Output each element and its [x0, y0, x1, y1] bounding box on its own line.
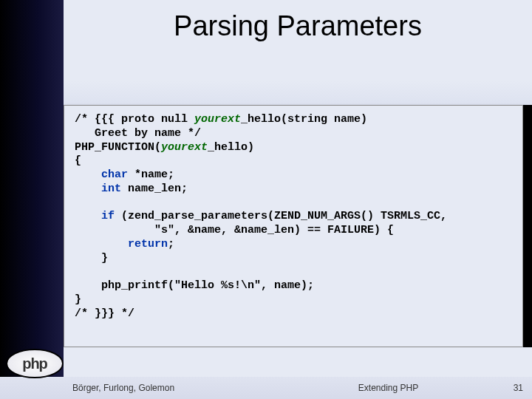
footer-bar: Börger, Furlong, Golemon Extending PHP 3… — [0, 377, 532, 399]
code-text: /* {{{ proto null — [75, 113, 194, 126]
logo-text: php — [6, 346, 64, 381]
footer-authors: Börger, Furlong, Golemon — [72, 383, 283, 393]
php-logo: php — [6, 346, 64, 378]
code-yourext: yourext — [161, 141, 208, 154]
code-text: } — [75, 293, 81, 306]
code-keyword: char — [101, 168, 128, 181]
code-text: Greet by name */ — [75, 127, 201, 140]
title-band: Parsing Parameters — [64, 0, 532, 52]
code-text: (zend_parse_parameters(ZEND_NUM_ARGS() T… — [115, 210, 447, 222]
code-text — [75, 183, 101, 195]
code-text: name_len; — [121, 183, 188, 195]
code-text: *name; — [128, 168, 174, 181]
code-text: PHP_FUNCTION( — [75, 141, 161, 154]
below-code-band — [64, 347, 532, 377]
sidebar-accent — [0, 0, 64, 399]
code-text: /* }}} */ — [75, 307, 134, 320]
code-text — [75, 168, 101, 181]
code-text: ; — [168, 238, 174, 250]
code-block: /* {{{ proto null yourext_hello(string n… — [75, 113, 512, 321]
code-yourext: yourext — [194, 113, 241, 126]
code-blank — [75, 197, 81, 209]
code-keyword: return — [128, 238, 168, 250]
code-text: "s", &name, &name_len) == FAILURE) { — [75, 224, 394, 236]
code-text — [75, 238, 128, 250]
code-text: _hello) — [208, 141, 254, 154]
code-text: _hello(string name) — [241, 113, 367, 126]
code-text — [75, 210, 101, 222]
code-keyword: if — [101, 210, 115, 222]
footer-page: 31 — [494, 383, 523, 393]
slide-title: Parsing Parameters — [174, 10, 422, 42]
title-gap — [64, 52, 532, 105]
code-blank — [75, 265, 81, 278]
footer-subject: Extending PHP — [283, 383, 494, 393]
code-text: } — [75, 252, 108, 265]
code-keyword: int — [101, 183, 121, 195]
code-text: php_printf("Hello %s!\n", name); — [75, 279, 314, 292]
code-card: /* {{{ proto null yourext_hello(string n… — [64, 105, 523, 347]
code-text: { — [75, 154, 81, 167]
